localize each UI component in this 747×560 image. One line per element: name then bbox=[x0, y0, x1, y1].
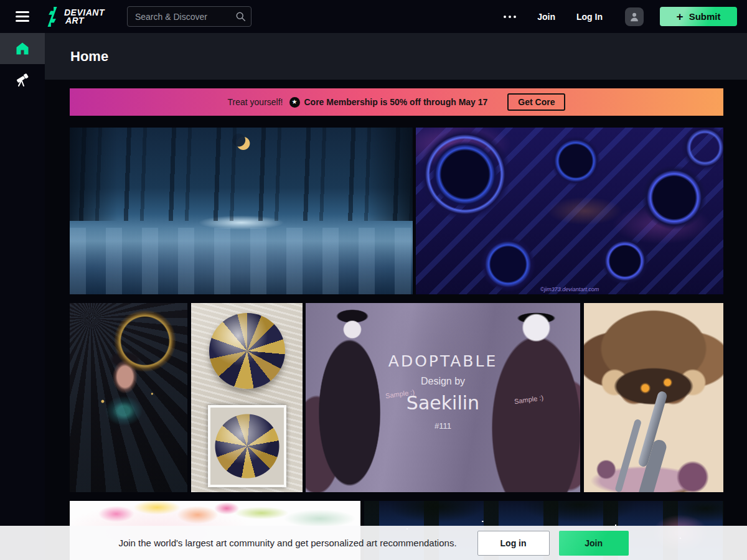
artwork-thumbnail-tree-house[interactable] bbox=[584, 303, 723, 492]
promo-prefix: Treat yourself! bbox=[228, 97, 283, 107]
get-core-button[interactable]: Get Core bbox=[507, 93, 565, 111]
adoptable-heading: ADOPTABLE bbox=[375, 352, 512, 370]
plus-icon: + bbox=[677, 11, 684, 22]
deviantart-logo[interactable]: DEVIANT ART bbox=[44, 7, 105, 27]
artwork-thumbnail-glass-bubbles[interactable]: ©jim373.deviantart.com bbox=[416, 128, 723, 294]
user-avatar-icon bbox=[629, 11, 640, 22]
artwork-thumbnail-winter-forest[interactable] bbox=[70, 128, 413, 294]
logo-line-2: ART bbox=[65, 17, 105, 25]
hamburger-menu-icon[interactable] bbox=[16, 11, 29, 22]
submit-button[interactable]: + Submit bbox=[660, 7, 737, 26]
search-icon[interactable] bbox=[235, 11, 246, 22]
footer-login-button[interactable]: Log in bbox=[477, 531, 550, 556]
artist-watermark: ©jim373.deviantart.com bbox=[540, 286, 599, 292]
submit-button-label: Submit bbox=[689, 11, 721, 22]
promo-message: Core Membership is 50% off through May 1… bbox=[304, 97, 488, 107]
top-navbar: DEVIANT ART Join Log In + Submit bbox=[0, 0, 747, 33]
sample-watermark: Sample :) bbox=[514, 394, 544, 405]
adoptable-subheading: Design by bbox=[375, 376, 512, 387]
artwork-thumbnail-adoptable-design[interactable]: ADOPTABLE Design by Saekilin #111 Sample… bbox=[306, 303, 580, 492]
page-header: Home bbox=[45, 33, 747, 80]
deviantart-home-page: DEVIANT ART Join Log In + Submit bbox=[0, 0, 747, 560]
sidebar-item-watch[interactable] bbox=[0, 64, 45, 95]
page-title: Home bbox=[70, 49, 108, 65]
deviantart-logo-icon bbox=[44, 7, 60, 27]
adoptable-number: #111 bbox=[375, 421, 512, 431]
avatar-button[interactable] bbox=[625, 7, 644, 26]
login-link[interactable]: Log In bbox=[576, 12, 603, 22]
deviantart-logo-text: DEVIANT ART bbox=[64, 9, 105, 25]
search-input[interactable] bbox=[127, 6, 251, 27]
sidebar-item-home[interactable] bbox=[0, 33, 45, 64]
artwork-thumbnail-dark-queen-portrait[interactable] bbox=[70, 303, 187, 492]
join-link[interactable]: Join bbox=[537, 12, 555, 22]
footer-join-button[interactable]: Join bbox=[559, 531, 629, 556]
core-promo-banner: Treat yourself! ★ Core Membership is 50%… bbox=[70, 88, 723, 116]
core-logo-icon: ★ bbox=[289, 97, 300, 108]
footer-message: Join the world's largest art community a… bbox=[118, 538, 456, 548]
more-menu-icon[interactable] bbox=[504, 16, 516, 18]
signup-footer-bar: Join the world's largest art community a… bbox=[0, 526, 747, 560]
left-sidebar bbox=[0, 33, 45, 560]
telescope-icon bbox=[14, 72, 31, 88]
search-box bbox=[127, 6, 251, 27]
artwork-thumbnail-beaded-ornament[interactable] bbox=[191, 303, 303, 492]
home-icon bbox=[15, 41, 30, 56]
